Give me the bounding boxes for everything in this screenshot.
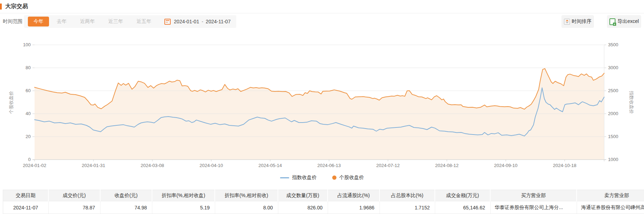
left-axis-label: 100: [23, 42, 31, 47]
page-header: 大宗交易: [0, 0, 644, 13]
range-button-2[interactable]: 近两年: [74, 17, 101, 26]
right-axis-label: 1500: [608, 134, 618, 139]
range-button-0[interactable]: 今年: [28, 17, 49, 26]
table-cell: 华泰证券股份有限公司上海分...: [490, 201, 577, 214]
date-separator: -: [202, 19, 203, 24]
column-header: 折扣率(%,相对前收): [215, 190, 278, 201]
legend-item-0[interactable]: 指数收盘价: [280, 174, 317, 181]
right-axis-label: 1000: [608, 157, 618, 162]
page-title: 大宗交易: [5, 3, 28, 10]
column-header: 占流通股比(%): [328, 190, 379, 201]
toolbar: 时间范围 今年去年近两年近三年近五年全部 2024-01-01 - 2024-1…: [0, 15, 644, 28]
table-cell: 1.9686: [328, 201, 379, 214]
left-axis-label: 80: [26, 65, 31, 70]
x-axis-label: 2024-07-12: [376, 163, 400, 168]
sort-arrows-icon: [564, 19, 570, 25]
column-header: 占总股本比(%): [379, 190, 435, 201]
time-range-label: 时间范围: [3, 18, 23, 25]
column-header: 成交价(元): [48, 190, 100, 201]
legend-label: 指数收盘价: [292, 174, 317, 181]
legend-marker-circle: [332, 176, 336, 180]
table-cell: 65,146.62: [435, 201, 490, 214]
right-axis-label: 3000: [608, 65, 618, 70]
excel-icon: x: [609, 18, 615, 25]
table-cell: 海通证券股份有限公司嵊州高...: [577, 201, 644, 214]
date-range-picker[interactable]: 2024-01-01 - 2024-11-07: [159, 15, 236, 28]
range-button-4[interactable]: 近五年: [131, 17, 157, 26]
right-axis-label: 3500: [608, 42, 618, 47]
column-header: 成交金额(万元): [435, 190, 490, 201]
column-header: 成交数量(万股): [278, 190, 328, 201]
block-trade-table: 交易日期成交价(元)收盘价(元)折扣率(%,相对收盘)折扣率(%,相对前收)成交…: [3, 190, 644, 214]
right-axis-label: 2500: [608, 88, 618, 93]
time-sort-button[interactable]: 时间排序: [561, 15, 594, 28]
left-axis-label: 40: [26, 111, 31, 116]
export-button-label: 导出excel: [618, 18, 639, 25]
legend-item-1[interactable]: 个股收盘价: [332, 174, 364, 181]
export-excel-button[interactable]: x 导出excel: [607, 15, 641, 28]
x-axis-label: 2024-03-08: [141, 163, 164, 168]
column-header: 折扣率(%,相对收盘): [152, 190, 215, 201]
left-axis-label: 20: [26, 134, 31, 139]
sort-button-label: 时间排序: [572, 18, 591, 25]
legend-label: 个股收盘价: [339, 174, 364, 181]
table-header: 交易日期成交价(元)收盘价(元)折扣率(%,相对收盘)折扣率(%,相对前收)成交…: [3, 190, 644, 201]
date-end: 2024-11-07: [206, 19, 231, 24]
x-axis-label: 2024-09-10: [494, 163, 518, 168]
table-cell: 1.7152: [379, 201, 435, 214]
table-cell: 78.87: [48, 201, 100, 214]
x-axis-label: 2024-10-18: [553, 163, 577, 168]
range-button-3[interactable]: 近三年: [103, 17, 129, 26]
table-cell: 74.98: [100, 201, 152, 214]
column-header: 买方营业部: [490, 190, 577, 201]
title-accent-bar: [0, 4, 2, 10]
left-axis-name: 个股收盘价: [8, 91, 14, 114]
column-header: 收盘价(元): [100, 190, 152, 201]
stock-price-area: [35, 69, 604, 160]
chart-legend: 指数收盘价个股收盘价: [0, 174, 644, 182]
range-button-1[interactable]: 去年: [51, 17, 72, 26]
left-axis-label: 60: [26, 88, 31, 93]
table-cell: 8.00: [215, 201, 278, 214]
x-axis-label: 2024-01-02: [23, 163, 47, 168]
table-cell: 2024-11-07: [3, 201, 49, 214]
x-axis-label: 2024-06-13: [317, 163, 341, 168]
date-start: 2024-01-01: [174, 19, 199, 24]
table-row: 2024-11-0778.8774.985.198.00826.001.9686…: [3, 201, 644, 214]
column-header: 交易日期: [3, 190, 49, 201]
calendar-icon: [164, 19, 171, 25]
legend-marker-line: [280, 177, 289, 178]
x-axis-label: 2024-05-14: [259, 163, 282, 168]
x-axis-label: 2024-04-10: [200, 163, 223, 168]
x-axis-label: 2024-08-12: [435, 163, 459, 168]
right-axis-label: 2000: [608, 111, 618, 116]
table-cell: 826.00: [278, 201, 328, 214]
left-axis-label: 0: [28, 157, 31, 162]
price-chart: 0100020150040200060250080300010035002024…: [0, 31, 644, 172]
x-axis-label: 2024-01-31: [82, 163, 105, 168]
table-cell: 5.19: [152, 201, 215, 214]
right-axis-name: 指数收盘价: [629, 91, 634, 114]
column-header: 卖方营业部: [577, 190, 644, 201]
